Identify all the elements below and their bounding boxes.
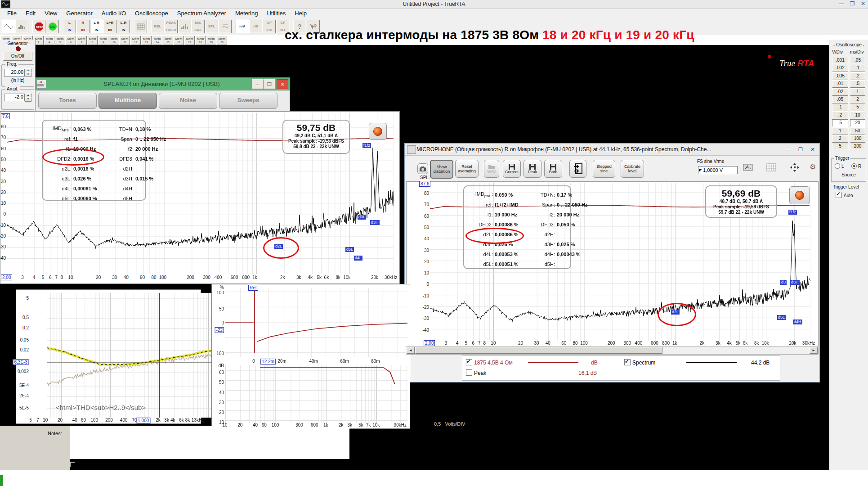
mic-minimize-button[interactable]: — — [783, 145, 794, 153]
sine-wave-button[interactable] — [2, 20, 15, 33]
tab-tones[interactable]: Tones — [38, 93, 97, 109]
tab-sweeps[interactable]: Sweeps — [219, 93, 277, 109]
save-wav-button[interactable]: WAV — [484, 160, 499, 178]
menu-metering[interactable]: Metering — [231, 9, 263, 18]
scroll-left-arrow-icon[interactable]: ◄ — [407, 347, 415, 354]
msdiv-50[interactable]: 50 — [850, 127, 865, 135]
mem-button-18[interactable]: Mem18 — [195, 36, 206, 45]
close-button[interactable]: ✕ — [858, 0, 868, 7]
minimize-button[interactable]: — — [837, 0, 846, 7]
trigger-left-radio[interactable]: L — [835, 163, 844, 169]
msdiv-.05[interactable]: .05 — [850, 57, 865, 64]
legend-entry[interactable]: 1875 4,5В 4 ОмdB — [466, 359, 624, 366]
l-minus-r-in-button[interactable]: L-RIN — [117, 20, 130, 33]
mem-button-6[interactable]: Mem6 — [66, 36, 76, 45]
msdiv-.1[interactable]: .1 — [850, 64, 865, 72]
vdiv-.01[interactable]: .01 — [832, 80, 848, 88]
amplitude-stepper[interactable]: ▲▼ — [25, 93, 31, 101]
mic-maximize-button[interactable]: ❐ — [795, 145, 806, 153]
meter-icon[interactable] — [743, 162, 753, 174]
msdiv-2[interactable]: 2 — [850, 96, 865, 104]
grid-button[interactable] — [134, 20, 147, 33]
amplitude-input[interactable]: -2.0 — [4, 94, 25, 101]
rel-button[interactable]: REL — [151, 20, 164, 33]
decibels-button[interactable]: dB — [249, 20, 262, 33]
vdiv-.005[interactable]: .005 — [832, 72, 848, 80]
spl-button[interactable]: SPL — [205, 20, 218, 33]
menu-generator[interactable]: Generator — [62, 9, 97, 18]
mem-button-7[interactable]: Mem7 — [76, 36, 87, 45]
mic-horizontal-scrollbar[interactable]: ◄ ► — [406, 346, 819, 355]
vdiv-.05[interactable]: .05 — [832, 96, 848, 104]
millivolts-button[interactable]: mV — [236, 20, 249, 33]
menu-spectrum-analyzer[interactable]: Spectrum Analyzer — [173, 9, 231, 18]
maximize-button[interactable]: ❐ — [847, 0, 857, 7]
speaker-record-button[interactable] — [369, 123, 387, 140]
crest-factor-vv-button[interactable]: CFV/V — [263, 20, 276, 33]
msdiv-.2[interactable]: .2 — [850, 72, 865, 80]
mem-button-10[interactable]: Mem10 — [109, 36, 119, 45]
mem-button-4[interactable]: Mem4 — [44, 36, 54, 45]
menu-file[interactable]: File — [3, 9, 21, 18]
vdiv-.002[interactable]: .002 — [832, 64, 848, 72]
left-in-button[interactable]: LIN — [63, 20, 76, 33]
menu-edit[interactable]: Edit — [21, 9, 40, 18]
move-arrows-icon[interactable] — [790, 162, 800, 174]
menu-help[interactable]: Help — [290, 9, 311, 18]
level-bars-button[interactable] — [178, 20, 191, 33]
spectrum-bars-button[interactable] — [15, 20, 28, 33]
tab-multitone[interactable]: Multitone — [98, 93, 157, 109]
vdiv-.001[interactable]: .001 — [832, 57, 848, 64]
msdiv-100[interactable]: 100 — [850, 135, 865, 143]
mem-button-14[interactable]: Mem14 — [152, 36, 162, 45]
mem-button-17[interactable]: Mem17 — [184, 36, 195, 45]
loop-button[interactable] — [569, 160, 586, 178]
show-distortion-button[interactable]: Showdistortion — [430, 160, 453, 179]
speaker-maximize-button[interactable]: ❐ — [264, 79, 275, 89]
menu-view[interactable]: View — [40, 9, 62, 18]
tab-noise[interactable]: Noise — [159, 93, 217, 109]
mic-record-button[interactable] — [789, 186, 810, 204]
mem-button-5[interactable]: Mem5 — [55, 36, 65, 45]
vdiv-.5[interactable]: .5 — [832, 119, 848, 127]
vdiv-5[interactable]: 5 — [832, 143, 848, 150]
vdiv-2[interactable]: 2 — [832, 135, 848, 143]
generator-onoff-button[interactable]: On/Off — [3, 52, 32, 61]
trigger-auto-checkbox[interactable]: Auto — [836, 192, 853, 198]
save-peak-button[interactable]: Peak — [523, 160, 541, 178]
save-both-button[interactable]: Both — [544, 160, 562, 178]
frequency-input[interactable]: 20.00 — [4, 69, 25, 76]
vdiv-.02[interactable]: .02 — [832, 88, 848, 96]
msdiv-1[interactable]: 1 — [850, 88, 865, 96]
save-current-button[interactable]: Current — [503, 160, 521, 178]
average-button[interactable] — [219, 20, 232, 33]
right-in-button[interactable]: RIN — [76, 20, 89, 33]
menu-oscilloscope[interactable]: Oscilloscope — [130, 9, 173, 18]
menu-audio-i-o[interactable]: Audio I/O — [97, 9, 130, 18]
mic-cal-button[interactable]: MICCAL — [192, 20, 205, 33]
vdiv-.1[interactable]: .1 — [832, 104, 848, 111]
mem-button-12[interactable]: Mem12 — [130, 36, 141, 45]
speaker-close-button[interactable]: ✕ — [277, 79, 288, 89]
mem-button-16[interactable]: Mem16 — [174, 36, 184, 45]
msdiv-200[interactable]: 200 — [850, 143, 865, 150]
msdiv-20[interactable]: 20 — [850, 119, 865, 127]
mic-close-button[interactable]: ✕ — [807, 145, 819, 153]
peak-hold-button[interactable]: PEAKHOLD — [165, 20, 178, 33]
mem-button-8[interactable]: Mem8 — [87, 36, 98, 45]
mem-button-19[interactable]: Mem19 — [206, 36, 216, 45]
calibrate-level-button[interactable]: Calibratelevel — [621, 160, 644, 178]
msdiv-5[interactable]: 5 — [850, 104, 865, 111]
legend-entry[interactable]: Spectrum-44,2 dB — [624, 359, 773, 366]
grid-icon[interactable] — [766, 162, 776, 174]
mem-button-11[interactable]: Mem11 — [120, 36, 130, 45]
scroll-thumb[interactable] — [415, 347, 662, 354]
menu-utilities[interactable]: Utilities — [262, 9, 290, 18]
trigger-right-radio[interactable]: R — [851, 163, 861, 169]
frequency-stepper[interactable]: ▲▼ — [25, 68, 31, 76]
vdiv-1[interactable]: 1 — [832, 127, 848, 135]
l-plus-r-in-button[interactable]: L+RIN — [103, 20, 116, 33]
speaker-titlebar[interactable]: SPEAKER on Динамики (E-MU 0202 | USB) – … — [34, 78, 290, 90]
speaker-minimize-button[interactable]: – — [252, 79, 264, 89]
go-button[interactable]: GO — [46, 20, 59, 33]
